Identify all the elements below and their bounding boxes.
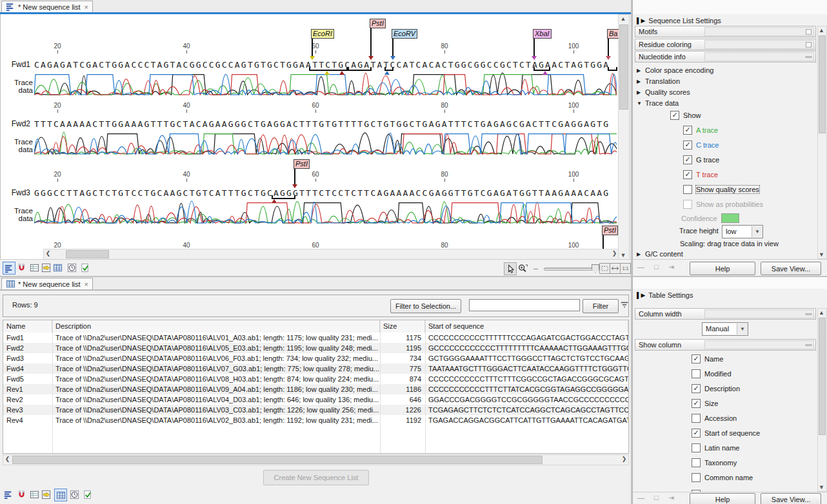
- scrollbar-thumb[interactable]: [619, 24, 628, 110]
- table-row[interactable]: Fwd5Trace of \\Dna2\user\DNASEQ\DATA\AP0…: [3, 374, 628, 384]
- table-row[interactable]: Rev1Trace of \\Dna2\user\DNASEQ\DATA\AP0…: [3, 384, 628, 394]
- checkbox[interactable]: [692, 414, 701, 423]
- nucleotide-info-item-translation[interactable]: ▶Translation: [637, 77, 680, 85]
- restriction-site-PstI[interactable]: PstI: [370, 19, 386, 28]
- column-header-name[interactable]: Name: [3, 320, 52, 333]
- fit-view-button[interactable]: [599, 263, 610, 274]
- vertical-splitter[interactable]: [631, 0, 632, 504]
- filter-button[interactable]: Filter: [583, 299, 619, 313]
- tab-close-icon[interactable]: ×: [85, 280, 88, 288]
- gc-content-item[interactable]: ▶ G/C content: [637, 250, 683, 258]
- nucleotide-info-item-trace-data[interactable]: ▼Trace data: [637, 99, 679, 107]
- sequence-residues[interactable]: TTTCAAAAACTTGGAAAGTTTGCTACAGAAGGGCTGAGGA…: [34, 119, 610, 129]
- column-width-dropdown[interactable]: Manual ▼: [702, 322, 748, 336]
- selection-cursor-button[interactable]: [504, 262, 517, 275]
- panel-expander-icon[interactable]: ▌▶: [637, 17, 645, 24]
- panel-layout-icons[interactable]: — □ ⇥: [637, 494, 678, 502]
- column-separator[interactable]: [425, 320, 426, 453]
- table-horizontal-scrollbar[interactable]: ❮ ❯: [3, 454, 629, 465]
- scroll-up-arrow[interactable]: ▲: [619, 15, 628, 23]
- restriction-site-Ba[interactable]: Ba: [607, 29, 619, 39]
- scrollbar-thumb[interactable]: [819, 35, 826, 133]
- sequence-list-view-icon[interactable]: [3, 262, 15, 275]
- element-info-icon[interactable]: [79, 262, 90, 273]
- checkbox[interactable]: ✓: [692, 399, 701, 408]
- text-view-icon[interactable]: [28, 489, 40, 500]
- restriction-site-PstI[interactable]: PstI: [294, 159, 310, 169]
- column-header-start-of-sequence[interactable]: Start of sequence: [425, 320, 628, 333]
- checkbox[interactable]: [692, 369, 701, 378]
- table-row[interactable]: Fwd4Trace of \\Dna2\user\DNASEQ\DATA\AP0…: [3, 363, 628, 374]
- horizontal-scrollbar[interactable]: ❮ ❯: [43, 249, 619, 259]
- scroll-down-arrow[interactable]: ▼: [818, 251, 825, 258]
- checkbox[interactable]: ✓: [692, 354, 701, 363]
- restriction-site-EcoRV[interactable]: EcoRV: [392, 29, 417, 39]
- table-row[interactable]: Rev3Trace of \\Dna2\user\DNASEQ\DATA\AP0…: [3, 405, 628, 415]
- group-column-width[interactable]: Column width: [635, 308, 816, 320]
- table-row[interactable]: Fwd2Trace of \\Dna2\user\DNASEQ\DATA\AP0…: [3, 343, 628, 353]
- text-view-icon[interactable]: [28, 262, 40, 273]
- checkbox[interactable]: ✓: [692, 429, 701, 438]
- chevron-down-icon[interactable]: ▼: [637, 101, 642, 106]
- collapse-icon[interactable]: [805, 342, 812, 349]
- folder-icon[interactable]: [805, 41, 812, 48]
- group-show-column[interactable]: Show column: [635, 339, 816, 351]
- column-header-description[interactable]: Description: [52, 320, 380, 333]
- scroll-left-arrow[interactable]: ❮: [44, 249, 52, 258]
- group-motifs[interactable]: Motifs: [635, 26, 816, 37]
- trace-height-dropdown[interactable]: low ▼: [722, 225, 763, 238]
- zoom-out-icon[interactable]: −: [533, 264, 538, 274]
- group-residue-coloring[interactable]: Residue coloring: [635, 39, 816, 50]
- panel-scrollbar[interactable]: ▲ ▼: [817, 26, 827, 259]
- zoom-width-button[interactable]: [610, 263, 621, 274]
- horizontal-splitter[interactable]: [0, 276, 827, 277]
- column-separator[interactable]: [380, 320, 381, 453]
- tab-new-sequence-list[interactable]: * New sequence list ×: [1, 1, 93, 12]
- confidence-color-swatch[interactable]: [721, 213, 739, 223]
- help-button[interactable]: Help: [690, 493, 755, 504]
- save-view-button[interactable]: Save View...: [761, 262, 821, 275]
- zoom-100-button[interactable]: 1:1: [620, 263, 631, 274]
- scroll-up-arrow[interactable]: ▲: [818, 26, 825, 34]
- chevron-right-icon[interactable]: ▶: [637, 90, 642, 95]
- create-new-sequence-list-button[interactable]: Create New Sequence List: [263, 470, 369, 485]
- chevron-right-icon[interactable]: ▶: [637, 79, 642, 84]
- filter-input[interactable]: [469, 299, 580, 311]
- column-separator[interactable]: [52, 320, 53, 453]
- table-row[interactable]: Fwd1Trace of \\Dna2\user\DNASEQ\DATA\AP0…: [3, 333, 628, 343]
- group-nucleotide-info[interactable]: Nucleotide info: [635, 51, 816, 63]
- selection-mode-icon[interactable]: [15, 262, 27, 273]
- table-row[interactable]: Rev4Trace of \\Dna2\user\DNASEQ\DATA\AP0…: [3, 415, 628, 425]
- filter-to-selection-button[interactable]: Filter to Selection...: [390, 299, 461, 313]
- tab-new-sequence-list-table[interactable]: * New sequence list ×: [1, 278, 93, 289]
- scroll-left-arrow[interactable]: ❮: [3, 455, 12, 463]
- checkbox[interactable]: [692, 473, 701, 482]
- help-button[interactable]: Help: [690, 262, 755, 275]
- checkbox[interactable]: [692, 443, 701, 452]
- checkbox[interactable]: ✓: [683, 155, 692, 164]
- restriction-site-XbaI[interactable]: XbaI: [533, 29, 552, 39]
- checkbox[interactable]: ✓: [683, 141, 692, 150]
- checkbox[interactable]: ✓: [670, 111, 679, 120]
- sequence-table[interactable]: NameDescriptionSizeStart of sequence Fwd…: [3, 320, 629, 454]
- sequence-canvas[interactable]: Fwd1Trace data20406080100CAGAGATCGACTGGA…: [0, 14, 619, 259]
- chevron-right-icon[interactable]: ▶: [637, 68, 642, 73]
- history-view-icon[interactable]: [66, 262, 77, 273]
- zoom-slider-thumb[interactable]: [592, 264, 599, 273]
- selection-mode-icon[interactable]: [15, 489, 27, 500]
- restriction-site-EcoRI[interactable]: EcoRI: [311, 29, 334, 39]
- sequence-list-view-icon[interactable]: [3, 489, 14, 500]
- scroll-right-arrow[interactable]: ❯: [620, 455, 628, 463]
- collapse-icon[interactable]: [805, 311, 812, 318]
- sequence-residues[interactable]: CAGAGATCGACTGGACCCTAGTACGGCCGCCAGTGTGCTG…: [34, 60, 610, 70]
- nucleotide-info-item-quality-scores[interactable]: ▶Quality scores: [637, 88, 690, 96]
- panel-scrollbar[interactable]: ▲ ▼: [817, 308, 827, 492]
- column-header-size[interactable]: Size: [380, 320, 425, 333]
- checkbox[interactable]: [683, 200, 692, 209]
- collapse-icon[interactable]: [805, 53, 812, 61]
- panel-expander-icon[interactable]: ▌▶: [637, 292, 645, 298]
- table-view-icon[interactable]: [54, 489, 67, 501]
- table-row[interactable]: Rev2Trace of \\Dna2\user\DNASEQ\DATA\AP0…: [3, 394, 628, 405]
- folder-icon[interactable]: [805, 28, 812, 35]
- checkbox[interactable]: ✓: [683, 170, 692, 179]
